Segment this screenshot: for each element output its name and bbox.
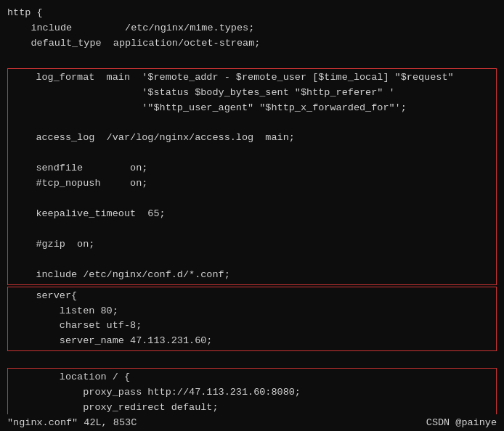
line-empty2 [12, 115, 492, 131]
line-access-log: access_log /var/log/nginx/access.log mai… [12, 131, 492, 146]
server-open: server{ [12, 289, 492, 304]
server-name: server_name 47.113.231.60; [12, 334, 492, 349]
server-block: server{ listen 80; charset utf-8; server… [7, 287, 497, 352]
line-keepalive: keepalive_timeout 65; [12, 207, 492, 222]
line-sendfile: sendfile on; [12, 161, 492, 176]
server-listen: listen 80; [12, 304, 492, 319]
line-log-format3: '"$http_user_agent" "$http_x_forwarded_f… [12, 101, 492, 116]
line-empty5 [12, 222, 492, 237]
line-empty7 [7, 351, 497, 366]
line-empty3 [12, 146, 492, 161]
line-log-format1: log_format main '$remote_addr - $remote_… [12, 70, 492, 86]
line-empty1 [7, 52, 497, 67]
line-empty6 [12, 253, 492, 268]
line-include-confd: include /etc/nginx/conf.d/*.conf; [12, 268, 492, 283]
location-proxy-pass: proxy_pass http://47.113.231.60:8080; [12, 385, 492, 401]
server-charset: charset utf-8; [12, 319, 492, 334]
editor: http { include /etc/nginx/mime.types; de… [0, 0, 504, 431]
highlight-box-top: log_format main '$remote_addr - $remote_… [7, 68, 497, 285]
line-default-type: default_type application/octet-stream; [7, 36, 497, 52]
line-empty4 [12, 192, 492, 207]
status-bar: "nginx.conf" 42L, 853C CSDN @painye [0, 414, 504, 431]
location-proxy-redirect: proxy_redirect default; [12, 401, 492, 416]
file-info: "nginx.conf" 42L, 853C [7, 417, 137, 428]
line-tcp-nopush: #tcp_nopush on; [12, 176, 492, 192]
location-open: location / { [12, 370, 492, 385]
code-area: http { include /etc/nginx/mime.types; de… [0, 6, 504, 431]
line-http-open: http { [7, 6, 497, 21]
line-include: include /etc/nginx/mime.types; [7, 21, 497, 36]
line-gzip: #gzip on; [12, 237, 492, 253]
line-log-format2: '$status $body_bytes_sent "$http_referer… [12, 86, 492, 101]
branding: CSDN @painye [426, 417, 497, 428]
